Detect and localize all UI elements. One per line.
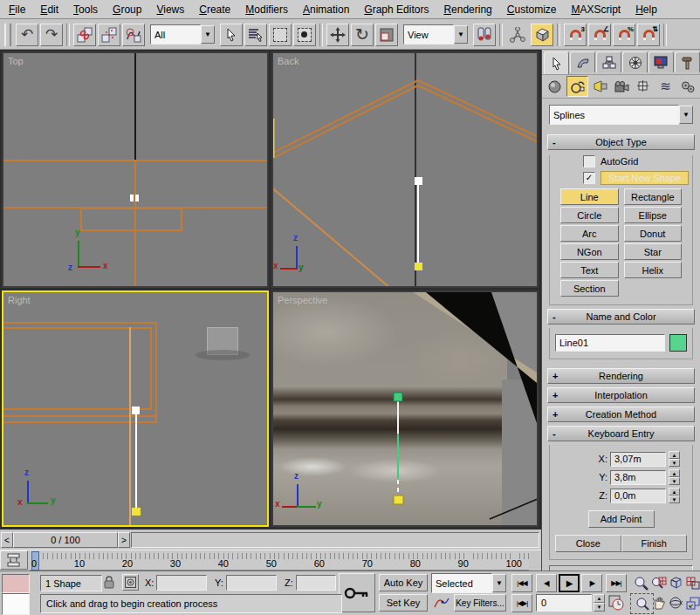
angle-snap-icon[interactable]: ∠ bbox=[588, 24, 611, 46]
rollout-creation-method[interactable]: + Creation Method bbox=[547, 407, 695, 422]
category-shapes-icon[interactable] bbox=[566, 76, 588, 97]
unlink-selection-icon[interactable] bbox=[98, 24, 120, 46]
maxscript-mini-listener[interactable] bbox=[2, 593, 30, 615]
category-helpers-icon[interactable] bbox=[634, 77, 654, 96]
set-key-button[interactable]: Set Key bbox=[379, 594, 428, 612]
bind-to-space-warp-icon[interactable] bbox=[122, 24, 145, 46]
menu-help[interactable]: Help bbox=[635, 3, 657, 16]
go-to-start-icon[interactable]: |◀◀ bbox=[511, 574, 532, 592]
category-spacewarps-icon[interactable]: ≋ bbox=[655, 77, 676, 96]
toolbar-grip[interactable] bbox=[4, 24, 11, 46]
rollout-interpolation[interactable]: + Interpolation bbox=[547, 387, 695, 403]
menu-edit[interactable]: Edit bbox=[40, 3, 58, 16]
select-object-icon[interactable] bbox=[220, 24, 243, 46]
spline-category-dropdown[interactable]: Splines ▼ bbox=[549, 106, 693, 124]
viewport-top-label[interactable]: Top bbox=[8, 56, 24, 66]
z-coord-field[interactable]: 0,0m bbox=[610, 489, 666, 503]
menu-views[interactable]: Views bbox=[156, 3, 184, 16]
snaps-toggle-icon[interactable] bbox=[531, 24, 553, 46]
menu-group[interactable]: Group bbox=[113, 3, 141, 16]
selection-lock-icon[interactable] bbox=[103, 575, 115, 591]
x-coord-field[interactable]: 3,07m bbox=[610, 452, 666, 467]
menu-animation[interactable]: Animation bbox=[303, 3, 349, 16]
undo-icon[interactable]: ↶ bbox=[16, 24, 38, 46]
spinner-snap-icon[interactable]: ⇅ bbox=[637, 24, 660, 46]
select-and-move-icon[interactable] bbox=[326, 24, 349, 46]
maximize-viewport-toggle-icon[interactable] bbox=[682, 593, 700, 612]
menu-graph-editors[interactable]: Graph Editors bbox=[364, 3, 429, 16]
menu-maxscript[interactable]: MAXScript bbox=[572, 3, 621, 16]
absolute-offset-mode-icon[interactable] bbox=[122, 574, 139, 591]
previous-frame-icon[interactable]: ◀| bbox=[536, 574, 557, 592]
button-arc[interactable]: Arc bbox=[560, 225, 619, 242]
selection-filter-dropdown[interactable]: All ▼ bbox=[150, 25, 215, 44]
rollout-keyboard-entry[interactable]: - Keyboard Entry bbox=[547, 426, 695, 441]
selection-filter-arrow-icon[interactable]: ▼ bbox=[201, 25, 215, 44]
y-coord-field[interactable]: 3,8m bbox=[610, 470, 666, 485]
x-coord-spinner[interactable]: ▲▼ bbox=[669, 451, 680, 467]
status-y-field[interactable] bbox=[226, 575, 277, 591]
object-name-field[interactable]: Line01 bbox=[555, 334, 665, 352]
select-and-rotate-icon[interactable]: ↻ bbox=[351, 24, 374, 46]
menu-rendering[interactable]: Rendering bbox=[443, 3, 491, 16]
select-and-scale-icon[interactable] bbox=[375, 24, 398, 46]
go-to-end-icon[interactable]: ▶▶| bbox=[606, 574, 627, 592]
key-mode-toggle-icon[interactable]: |◀▶| bbox=[511, 594, 532, 612]
button-ellipse[interactable]: Ellipse bbox=[624, 207, 683, 223]
status-z-field[interactable] bbox=[296, 575, 336, 591]
tab-utilities[interactable] bbox=[675, 51, 700, 72]
play-animation-icon[interactable]: ▶ bbox=[559, 574, 580, 592]
rollout-object-type[interactable]: - Object Type bbox=[547, 134, 695, 150]
select-and-link-icon[interactable] bbox=[73, 24, 96, 46]
viewport-perspective-label[interactable]: Perspective bbox=[278, 295, 327, 305]
start-new-shape-button[interactable]: Start New Shape bbox=[600, 171, 689, 185]
finish-button[interactable]: Finish bbox=[621, 535, 688, 552]
snap-toggle-3d-icon[interactable]: 3 bbox=[564, 24, 587, 46]
next-frame-icon[interactable]: |▶ bbox=[581, 574, 602, 592]
button-ngon[interactable]: NGon bbox=[560, 243, 619, 260]
vertex-marker[interactable] bbox=[130, 195, 134, 202]
tab-hierarchy[interactable] bbox=[596, 51, 621, 72]
key-filters-button[interactable]: Key Filters... bbox=[454, 594, 506, 612]
start-new-shape-checkbox[interactable]: ✓ bbox=[583, 172, 595, 184]
button-helix[interactable]: Helix bbox=[624, 262, 683, 278]
z-coord-spinner[interactable]: ▲▼ bbox=[669, 488, 680, 503]
menu-tools[interactable]: Tools bbox=[73, 3, 98, 16]
new-key-default-in-out-tangents-icon[interactable] bbox=[433, 595, 450, 612]
tab-create[interactable] bbox=[544, 51, 569, 74]
maxscript-mini-listener-macro[interactable] bbox=[2, 574, 30, 593]
time-slider-next-icon[interactable]: > bbox=[118, 532, 130, 548]
key-set-arrow-icon[interactable]: ▼ bbox=[492, 574, 506, 592]
zoom-extents-all-icon[interactable] bbox=[682, 573, 700, 592]
menu-file[interactable]: File bbox=[9, 3, 25, 16]
rectangular-selection-region-icon[interactable] bbox=[269, 24, 292, 46]
menu-create[interactable]: Create bbox=[199, 3, 230, 16]
rollout-rendering[interactable]: + Rendering bbox=[547, 368, 695, 384]
time-slider-track[interactable] bbox=[131, 532, 539, 548]
button-circle[interactable]: Circle bbox=[560, 207, 619, 223]
add-point-button[interactable]: Add Point bbox=[588, 510, 655, 528]
button-rectangle[interactable]: Rectangle bbox=[624, 188, 683, 205]
viewport-perspective[interactable]: Perspective z x y bbox=[271, 290, 539, 527]
tab-modify[interactable] bbox=[570, 51, 595, 72]
viewport-back-label[interactable]: Back bbox=[278, 56, 299, 66]
redo-icon[interactable]: ↷ bbox=[40, 24, 63, 46]
y-coord-spinner[interactable]: ▲▼ bbox=[669, 469, 680, 485]
vertex-marker[interactable] bbox=[135, 195, 139, 202]
status-x-field[interactable] bbox=[156, 575, 207, 591]
object-color-swatch[interactable] bbox=[669, 334, 687, 352]
select-by-name-icon[interactable] bbox=[244, 24, 267, 46]
category-geometry-icon[interactable] bbox=[545, 77, 565, 96]
vertex-marker-selected[interactable] bbox=[132, 508, 141, 516]
viewport-right-label[interactable]: Right bbox=[8, 295, 31, 305]
button-line[interactable]: Line bbox=[560, 188, 619, 205]
viewport-back[interactable]: Back z x y bbox=[271, 51, 539, 288]
category-lights-icon[interactable] bbox=[590, 77, 610, 96]
time-slider-handle[interactable]: 0 / 100 bbox=[13, 532, 118, 548]
button-star[interactable]: Star bbox=[624, 243, 683, 260]
reference-coordinate-dropdown[interactable]: View ▼ bbox=[403, 25, 468, 44]
autogrid-checkbox[interactable] bbox=[583, 155, 595, 167]
time-slider-prev-icon[interactable]: < bbox=[1, 532, 13, 548]
button-donut[interactable]: Donut bbox=[624, 225, 683, 242]
viewport-right[interactable]: Right z x y bbox=[2, 290, 269, 527]
